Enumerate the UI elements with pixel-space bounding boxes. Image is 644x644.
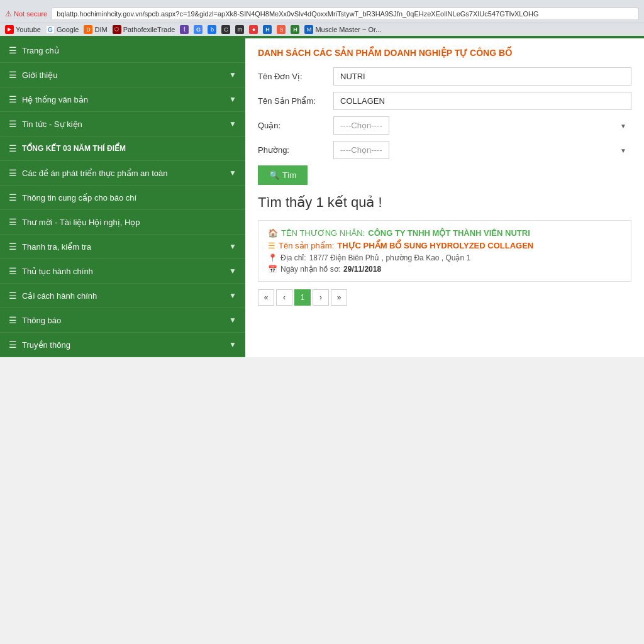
sidebar-item-thu-tuc[interactable]: ☰ Thủ tục hành chính ▼ — [0, 259, 245, 284]
g-icon: G — [194, 25, 203, 34]
chevron-thanh-tra: ▼ — [229, 242, 236, 251]
sidebar-label-tin-tuc: Tin tức - Sự kiện — [22, 119, 82, 129]
sidebar-label-thong-bao: Thông báo — [22, 316, 61, 325]
bookmark-google[interactable]: G Google — [46, 25, 79, 34]
don-vi-input[interactable] — [333, 67, 631, 86]
bookmark-muscle-label: Muscle Master ~ Or... — [315, 26, 381, 33]
sidebar-item-trang-chu[interactable]: ☰ Trang chủ — [0, 38, 245, 63]
page-prev-button[interactable]: ‹ — [276, 289, 292, 306]
result-count: Tìm thấy 1 kết quả ! — [258, 194, 631, 211]
sidebar-label-thu-tuc: Thủ tục hành chính — [22, 267, 93, 276]
bookmark-pathofexile[interactable]: ⬡ PathofexileTrade — [113, 25, 175, 34]
result-company-row: 🏠 TÊN THƯƠNG NHÂN: CÔNG TY TNHH MỘT THÀN… — [268, 228, 621, 238]
black-icon: C — [221, 25, 230, 34]
sidebar-item-tin-tuc[interactable]: ☰ Tin tức - Sự kiện ▼ — [0, 112, 245, 136]
page-last-button[interactable]: » — [331, 289, 347, 306]
google-icon: G — [46, 25, 55, 34]
chevron-thong-bao: ▼ — [229, 316, 236, 325]
bookmark-dim-label: DIM — [94, 26, 107, 33]
blue-icon: b — [208, 25, 216, 34]
dim-icon: D — [84, 25, 92, 34]
bookmark-blue[interactable]: b — [208, 25, 216, 34]
sidebar-label-he-thong-van-ban: Hệ thống văn bản — [22, 95, 88, 104]
bookmark-shopee[interactable]: S — [277, 25, 286, 34]
sidebar: ☰ Trang chủ ☰ Giới thiệu ▼ ☰ Hệ thống vă… — [0, 38, 245, 357]
result-card: 🏠 TÊN THƯƠNG NHÂN: CÔNG TY TNHH MỘT THÀN… — [258, 220, 631, 282]
pin-icon: 📍 — [268, 253, 277, 262]
san-pham-input[interactable] — [333, 92, 631, 110]
bookmark-muscle[interactable]: M Muscle Master ~ Or... — [304, 25, 381, 34]
sidebar-item-thanh-tra[interactable]: ☰ Thanh tra, kiểm tra ▼ — [0, 235, 245, 259]
chevron-truyen-thong: ▼ — [229, 340, 236, 349]
bookmark-twitch[interactable]: t — [180, 25, 189, 34]
search-button[interactable]: 🔍 Tìm — [258, 165, 308, 185]
pagination: « ‹ 1 › » — [258, 289, 631, 306]
phuong-row: Phường: ----Chọn---- — [258, 141, 631, 159]
menu-icon-trang-chu: ☰ — [9, 45, 17, 55]
menu-icon-tong-ket: ☰ — [9, 143, 17, 153]
sidebar-item-thong-tin-bao-chi[interactable]: ☰ Thông tin cung cấp cho báo chí — [0, 186, 245, 210]
chevron-cai-cach: ▼ — [229, 291, 236, 300]
phuong-select[interactable]: ----Chọn---- — [333, 141, 389, 159]
h2-icon: H — [291, 25, 299, 34]
page-title: DANH SÁCH CÁC SẢN PHẨM DOANH NGHIỆP TỰ C… — [258, 48, 631, 58]
bookmark-g[interactable]: G — [194, 25, 203, 34]
warning-icon: ⚠ — [5, 9, 12, 18]
bookmark-h2[interactable]: H — [291, 25, 299, 34]
home-icon: 🏠 — [268, 228, 278, 238]
shopee-icon: S — [277, 25, 286, 34]
search-button-label: Tìm — [282, 170, 296, 180]
sidebar-label-gioi-thieu: Giới thiệu — [22, 70, 57, 80]
sidebar-item-thong-bao[interactable]: ☰ Thông báo ▼ — [0, 308, 245, 333]
sidebar-item-tong-ket[interactable]: ☰ TỔNG KẾT 03 NĂM THÍ ĐIỂM — [0, 136, 245, 161]
page-first-button[interactable]: « — [258, 289, 274, 306]
page-next-button[interactable]: › — [313, 289, 329, 306]
menu-icon-thong-bao: ☰ — [9, 315, 17, 325]
sidebar-item-thu-moi[interactable]: ☰ Thư mời - Tài liệu Hội nghị, Họp — [0, 210, 245, 235]
bookmark-red[interactable]: ● — [249, 25, 258, 34]
bookmark-moji[interactable]: m — [235, 25, 244, 34]
bookmark-black[interactable]: C — [221, 25, 230, 34]
result-product-row: ☰ Tên sản phẩm: THỰC PHẨM BỔ SUNG HYDROL… — [268, 241, 621, 250]
quan-select[interactable]: ----Chọn---- — [333, 116, 389, 135]
main-layout: ☰ Trang chủ ☰ Giới thiệu ▼ ☰ Hệ thống vă… — [0, 38, 644, 357]
sidebar-item-cai-cach[interactable]: ☰ Cải cách hành chính ▼ — [0, 284, 245, 308]
list-icon: ☰ — [268, 241, 275, 250]
browser-chrome: ⚠ Not secure bqlattp.hochiminhcity.gov.v… — [0, 0, 644, 38]
chevron-de-an: ▼ — [229, 169, 236, 177]
sidebar-item-de-an[interactable]: ☰ Các đề án phát triển thực phẩm an toàn… — [0, 161, 245, 186]
search-icon: 🔍 — [269, 170, 279, 180]
date-prefix: Ngày nhận hồ sơ: — [280, 265, 340, 274]
menu-icon-thu-tuc: ☰ — [9, 266, 17, 276]
san-pham-label: Tên Sản Phẩm: — [258, 96, 333, 106]
bookmark-pathofexile-label: PathofexileTrade — [123, 26, 175, 33]
bookmark-youtube[interactable]: ▶ Youtube — [5, 25, 41, 34]
not-secure-indicator: ⚠ Not secure — [5, 9, 47, 18]
menu-icon-tin-tuc: ☰ — [9, 119, 17, 129]
result-date-row: 📅 Ngày nhận hồ sơ: 29/11/2018 — [268, 265, 621, 274]
sidebar-item-truyen-thong[interactable]: ☰ Truyền thông ▼ — [0, 333, 245, 357]
not-secure-label: Not secure — [14, 10, 47, 18]
don-vi-label: Tên Đơn Vị: — [258, 72, 333, 81]
sidebar-label-thong-tin-bao-chi: Thông tin cung cấp cho báo chí — [22, 193, 136, 203]
sidebar-item-he-thong-van-ban[interactable]: ☰ Hệ thống văn bản ▼ — [0, 87, 245, 112]
sidebar-label-thu-moi: Thư mời - Tài liệu Hội nghị, Họp — [22, 218, 140, 227]
menu-icon-thanh-tra: ☰ — [9, 242, 17, 252]
bookmark-h1[interactable]: H — [263, 25, 272, 34]
menu-icon-thu-moi: ☰ — [9, 217, 17, 227]
page-1-button[interactable]: 1 — [294, 289, 311, 306]
date-value: 29/11/2018 — [343, 265, 381, 274]
red-icon: ● — [249, 25, 258, 34]
chevron-tin-tuc: ▼ — [229, 119, 236, 128]
sidebar-label-de-an: Các đề án phát triển thực phẩm an toàn — [22, 169, 167, 178]
twitch-icon: t — [180, 25, 189, 34]
menu-icon-cai-cach: ☰ — [9, 291, 17, 301]
sidebar-item-gioi-thieu[interactable]: ☰ Giới thiệu ▼ — [0, 63, 245, 87]
chevron-he-thong-van-ban: ▼ — [229, 95, 236, 104]
product-prefix: Tên sản phẩm: — [279, 241, 334, 250]
product-name: THỰC PHẨM BỔ SUNG HYDROLYZED COLLAGEN — [337, 241, 533, 250]
bookmark-dim[interactable]: D DIM — [84, 25, 107, 34]
company-name: CÔNG TY TNHH MỘT THÀNH VIÊN NUTRI — [368, 228, 530, 238]
url-bar[interactable]: bqlattp.hochiminhcity.gov.vn/spcb.aspx?c… — [51, 8, 639, 20]
company-prefix: TÊN THƯƠNG NHÂN: — [281, 228, 365, 238]
